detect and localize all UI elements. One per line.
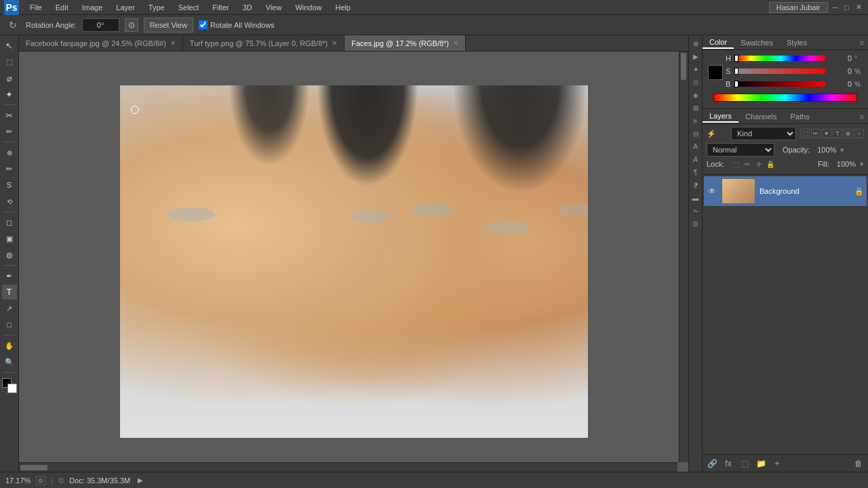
strip-btn-4[interactable]: ⊙	[690, 77, 701, 87]
type-tool-button[interactable]: T	[2, 285, 17, 300]
new-layer-button[interactable]: +	[770, 458, 784, 470]
new-group-button[interactable]: 📁	[754, 458, 768, 470]
rectangle-tool-button[interactable]: □	[2, 317, 17, 332]
canvas-scrollbar-horizontal[interactable]	[19, 462, 677, 472]
eraser-tool-button[interactable]: ◻	[2, 215, 17, 230]
saturation-thumb[interactable]	[734, 68, 738, 75]
magic-wand-tool-button[interactable]: ✦	[2, 87, 17, 102]
background-color[interactable]	[7, 384, 17, 393]
pen-tool-button[interactable]: ✒	[2, 268, 17, 283]
tab-faces-close[interactable]: ✕	[453, 39, 458, 47]
rotate-all-windows-check[interactable]: Rotate All Windows	[199, 20, 275, 29]
foreground-background-colors[interactable]	[2, 378, 17, 393]
rotation-apply-icon[interactable]: ⊙	[125, 18, 138, 32]
brightness-thumb[interactable]	[734, 81, 738, 87]
tab-faces[interactable]: Faces.jpg @ 17.2% (RGB/8*) ✕	[344, 35, 466, 51]
menu-layer[interactable]: Layer	[113, 2, 138, 13]
filter-icon-1[interactable]: ⬚	[800, 129, 810, 138]
filter-toggle[interactable]: ○	[854, 129, 864, 138]
link-layers-button[interactable]: 🔗	[705, 458, 719, 470]
strip-btn-11[interactable]: ¶	[690, 167, 701, 178]
brush-tool-button[interactable]: ✏	[2, 161, 17, 176]
filter-icon-2[interactable]: ✏	[811, 129, 821, 138]
menu-image[interactable]: Image	[79, 2, 106, 13]
opacity-dropdown[interactable]: ▾	[840, 146, 844, 155]
menu-3d[interactable]: 3D	[240, 2, 255, 13]
gradient-tool-button[interactable]: ▣	[2, 231, 17, 246]
opacity-value[interactable]: 100%	[812, 146, 836, 154]
filter-icon-5[interactable]: ⊕	[844, 129, 853, 138]
zoom-status-icon[interactable]: ⊙	[36, 476, 45, 485]
strip-btn-6[interactable]: ⊞	[690, 102, 701, 113]
strip-btn-5[interactable]: ◈	[690, 89, 701, 100]
lasso-tool-button[interactable]: ⌀	[2, 70, 17, 85]
color-tab-swatches[interactable]: Swatches	[734, 37, 780, 48]
menu-filter[interactable]: Filter	[210, 2, 231, 13]
menu-select[interactable]: Select	[176, 2, 202, 13]
tab-turf-close[interactable]: ✕	[332, 39, 337, 47]
layer-visibility-toggle[interactable]: 👁	[707, 186, 717, 197]
layers-panel-menu[interactable]: ≡	[856, 113, 868, 121]
lock-position[interactable]: ✛	[754, 159, 764, 169]
hue-slider[interactable]	[736, 56, 825, 61]
tab-facebook[interactable]: Facebook fanpage.jpg @ 24.5% (RGB/8#) ✕	[19, 35, 183, 51]
tab-turf[interactable]: Turf type.png @ 75.7% (Layer 0, RGB/8*) …	[183, 35, 344, 51]
tab-layers[interactable]: Layers	[703, 110, 738, 123]
layer-name[interactable]: Background	[760, 187, 850, 195]
doc-info-expand[interactable]: ▶	[136, 476, 145, 485]
window-restore[interactable]: □	[842, 3, 851, 12]
foreground-swatch[interactable]	[708, 65, 723, 80]
crop-tool-button[interactable]: ✂	[2, 108, 17, 123]
history-brush-button[interactable]: ⟲	[2, 194, 17, 209]
strip-btn-12[interactable]: ⁋	[690, 180, 701, 190]
hand-tool-button[interactable]: ✋	[2, 338, 17, 353]
strip-btn-13[interactable]: ▬	[690, 192, 701, 203]
layer-item-background[interactable]: 👁 Background 🔒	[704, 176, 867, 206]
color-gradient-bar[interactable]	[713, 94, 857, 102]
canvas-scrollbar-vertical[interactable]	[679, 52, 688, 462]
blur-tool-button[interactable]: ◍	[2, 247, 17, 262]
filter-type-select[interactable]: Kind	[731, 127, 796, 140]
color-tab-color[interactable]: Color	[703, 37, 734, 49]
window-minimize[interactable]: ─	[831, 3, 840, 12]
brightness-slider[interactable]	[736, 81, 825, 87]
delete-layer-button[interactable]: 🗑	[852, 458, 865, 470]
menu-window[interactable]: Window	[292, 2, 324, 13]
selection-tool-button[interactable]: ⬚	[2, 54, 17, 69]
add-mask-button[interactable]: ⬚	[738, 458, 751, 470]
blend-mode-select[interactable]: Normal	[707, 143, 774, 157]
strip-btn-14[interactable]: ✁	[690, 205, 701, 216]
menu-help[interactable]: Help	[333, 2, 354, 13]
scrollbar-thumb-horizontal[interactable]	[20, 465, 47, 470]
menu-edit[interactable]: Edit	[53, 2, 71, 13]
strip-btn-8[interactable]: ⊟	[690, 128, 701, 139]
strip-btn-15[interactable]: ☰	[690, 218, 701, 229]
fill-value[interactable]: 100%	[832, 160, 856, 168]
color-panel-menu[interactable]: ≡	[856, 39, 868, 47]
rotation-angle-input[interactable]	[82, 18, 119, 32]
reset-view-button[interactable]: Reset View	[144, 18, 193, 33]
zoom-tool-button[interactable]: 🔍	[2, 354, 17, 369]
add-style-button[interactable]: fx	[722, 458, 735, 470]
strip-btn-9[interactable]: A	[690, 141, 701, 152]
user-name[interactable]: Hasan Jubair	[769, 2, 828, 13]
filter-icon-4[interactable]: T	[833, 129, 842, 138]
scrollbar-thumb-vertical[interactable]	[681, 53, 686, 80]
strip-btn-10[interactable]: A	[690, 154, 701, 165]
saturation-slider[interactable]	[736, 68, 825, 74]
menu-view[interactable]: View	[263, 2, 285, 13]
canvas-content[interactable]	[19, 52, 688, 472]
strip-btn-3[interactable]: ✦	[690, 64, 701, 75]
lock-all[interactable]: 🔒	[766, 159, 775, 169]
lock-image-pixels[interactable]: ✏	[743, 159, 752, 169]
hue-thumb[interactable]	[734, 55, 738, 62]
strip-btn-2[interactable]: ▶	[690, 51, 701, 62]
fill-dropdown[interactable]: ▾	[860, 160, 864, 169]
brightness-value[interactable]: 0	[828, 80, 852, 88]
saturation-value[interactable]: 0	[828, 67, 852, 75]
rotate-all-checkbox[interactable]	[199, 20, 208, 29]
tab-facebook-close[interactable]: ✕	[170, 39, 176, 47]
menu-file[interactable]: File	[27, 2, 45, 13]
menu-type[interactable]: Type	[146, 2, 167, 13]
clone-stamp-button[interactable]: S	[2, 178, 17, 192]
